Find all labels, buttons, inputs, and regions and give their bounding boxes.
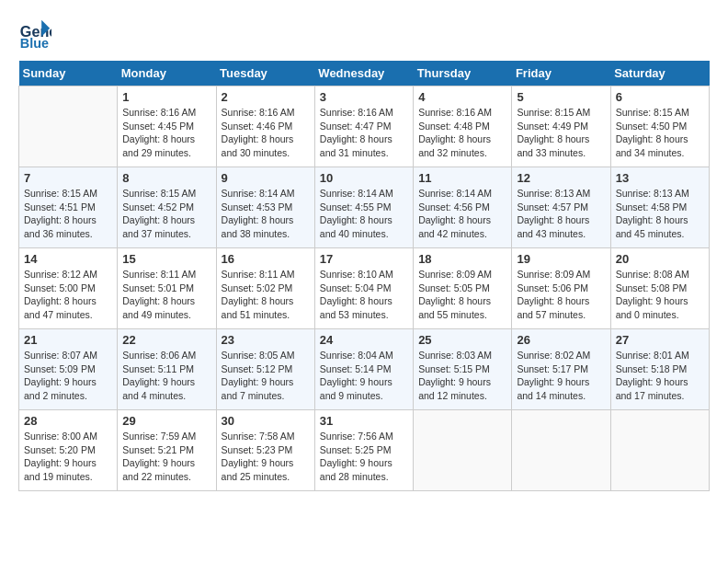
day-number: 13 — [616, 171, 704, 185]
day-number: 15 — [122, 252, 210, 266]
day-info: Sunrise: 7:56 AMSunset: 5:25 PMDaylight:… — [320, 430, 408, 484]
calendar-cell: 20Sunrise: 8:08 AMSunset: 5:08 PMDayligh… — [610, 248, 709, 329]
day-number: 29 — [122, 414, 210, 428]
day-info: Sunrise: 8:15 AMSunset: 4:52 PMDaylight:… — [122, 187, 210, 241]
day-info: Sunrise: 8:14 AMSunset: 4:53 PMDaylight:… — [222, 187, 310, 241]
calendar-cell — [19, 86, 118, 167]
day-info: Sunrise: 8:10 AMSunset: 5:04 PMDaylight:… — [320, 268, 408, 322]
weekday-header-thursday: Thursday — [414, 61, 512, 86]
calendar-cell: 29Sunrise: 7:59 AMSunset: 5:21 PMDayligh… — [118, 410, 216, 491]
weekday-header-row: SundayMondayTuesdayWednesdayThursdayFrid… — [19, 61, 710, 86]
day-number: 6 — [616, 90, 704, 104]
day-info: Sunrise: 8:13 AMSunset: 4:57 PMDaylight:… — [517, 187, 605, 241]
calendar-cell: 5Sunrise: 8:15 AMSunset: 4:49 PMDaylight… — [512, 86, 610, 167]
day-info: Sunrise: 8:15 AMSunset: 4:50 PMDaylight:… — [616, 106, 704, 160]
day-number: 16 — [222, 252, 310, 266]
calendar-cell: 13Sunrise: 8:13 AMSunset: 4:58 PMDayligh… — [610, 167, 709, 248]
day-number: 8 — [122, 171, 210, 185]
calendar-cell: 19Sunrise: 8:09 AMSunset: 5:06 PMDayligh… — [512, 248, 610, 329]
calendar-table: SundayMondayTuesdayWednesdayThursdayFrid… — [18, 61, 710, 491]
day-number: 9 — [222, 171, 310, 185]
calendar-cell: 31Sunrise: 7:56 AMSunset: 5:25 PMDayligh… — [314, 410, 413, 491]
calendar-week-row: 21Sunrise: 8:07 AMSunset: 5:09 PMDayligh… — [19, 329, 710, 410]
calendar-cell: 28Sunrise: 8:00 AMSunset: 5:20 PMDayligh… — [19, 410, 118, 491]
calendar-cell: 2Sunrise: 8:16 AMSunset: 4:46 PMDaylight… — [216, 86, 314, 167]
calendar-cell: 7Sunrise: 8:15 AMSunset: 4:51 PMDaylight… — [19, 167, 118, 248]
calendar-cell: 21Sunrise: 8:07 AMSunset: 5:09 PMDayligh… — [19, 329, 118, 410]
calendar-cell: 12Sunrise: 8:13 AMSunset: 4:57 PMDayligh… — [512, 167, 610, 248]
day-number: 4 — [418, 90, 506, 104]
calendar-cell: 11Sunrise: 8:14 AMSunset: 4:56 PMDayligh… — [414, 167, 512, 248]
day-number: 23 — [222, 333, 310, 347]
day-number: 11 — [418, 171, 506, 185]
day-info: Sunrise: 8:07 AMSunset: 5:09 PMDaylight:… — [24, 349, 112, 403]
weekday-header-monday: Monday — [118, 61, 216, 86]
calendar-cell: 4Sunrise: 8:16 AMSunset: 4:48 PMDaylight… — [414, 86, 512, 167]
day-number: 31 — [320, 414, 408, 428]
calendar-cell — [512, 410, 610, 491]
calendar-cell: 22Sunrise: 8:06 AMSunset: 5:11 PMDayligh… — [118, 329, 216, 410]
day-number: 25 — [418, 333, 506, 347]
day-info: Sunrise: 8:16 AMSunset: 4:45 PMDaylight:… — [122, 106, 210, 160]
day-info: Sunrise: 8:06 AMSunset: 5:11 PMDaylight:… — [122, 349, 210, 403]
day-info: Sunrise: 8:16 AMSunset: 4:46 PMDaylight:… — [222, 106, 310, 160]
calendar-week-row: 7Sunrise: 8:15 AMSunset: 4:51 PMDaylight… — [19, 167, 710, 248]
calendar-cell: 9Sunrise: 8:14 AMSunset: 4:53 PMDaylight… — [216, 167, 314, 248]
day-info: Sunrise: 8:14 AMSunset: 4:56 PMDaylight:… — [418, 187, 506, 241]
weekday-header-friday: Friday — [512, 61, 610, 86]
day-info: Sunrise: 7:58 AMSunset: 5:23 PMDaylight:… — [222, 430, 310, 484]
day-number: 28 — [24, 414, 112, 428]
day-info: Sunrise: 8:11 AMSunset: 5:01 PMDaylight:… — [122, 268, 210, 322]
calendar-cell: 26Sunrise: 8:02 AMSunset: 5:17 PMDayligh… — [512, 329, 610, 410]
day-number: 19 — [517, 252, 605, 266]
calendar-cell — [610, 410, 709, 491]
calendar-cell: 18Sunrise: 8:09 AMSunset: 5:05 PMDayligh… — [414, 248, 512, 329]
day-number: 7 — [24, 171, 112, 185]
day-info: Sunrise: 8:15 AMSunset: 4:49 PMDaylight:… — [517, 106, 605, 160]
weekday-header-tuesday: Tuesday — [216, 61, 314, 86]
calendar-week-row: 14Sunrise: 8:12 AMSunset: 5:00 PMDayligh… — [19, 248, 710, 329]
logo-icon: General Blue — [18, 18, 51, 52]
day-number: 3 — [320, 90, 408, 104]
calendar-cell: 23Sunrise: 8:05 AMSunset: 5:12 PMDayligh… — [216, 329, 314, 410]
weekday-header-wednesday: Wednesday — [314, 61, 413, 86]
svg-text:Blue: Blue — [20, 36, 49, 51]
day-number: 21 — [24, 333, 112, 347]
calendar-cell: 3Sunrise: 8:16 AMSunset: 4:47 PMDaylight… — [314, 86, 413, 167]
page-header: General Blue — [18, 18, 710, 52]
calendar-cell: 1Sunrise: 8:16 AMSunset: 4:45 PMDaylight… — [118, 86, 216, 167]
logo: General Blue — [18, 18, 55, 52]
day-info: Sunrise: 7:59 AMSunset: 5:21 PMDaylight:… — [122, 430, 210, 484]
day-info: Sunrise: 8:05 AMSunset: 5:12 PMDaylight:… — [222, 349, 310, 403]
day-number: 12 — [517, 171, 605, 185]
calendar-cell: 8Sunrise: 8:15 AMSunset: 4:52 PMDaylight… — [118, 167, 216, 248]
calendar-cell: 10Sunrise: 8:14 AMSunset: 4:55 PMDayligh… — [314, 167, 413, 248]
day-number: 20 — [616, 252, 704, 266]
weekday-header-saturday: Saturday — [610, 61, 709, 86]
day-info: Sunrise: 8:15 AMSunset: 4:51 PMDaylight:… — [24, 187, 112, 241]
day-info: Sunrise: 8:04 AMSunset: 5:14 PMDaylight:… — [320, 349, 408, 403]
day-number: 14 — [24, 252, 112, 266]
day-number: 18 — [418, 252, 506, 266]
weekday-header-sunday: Sunday — [19, 61, 118, 86]
day-number: 10 — [320, 171, 408, 185]
day-number: 5 — [517, 90, 605, 104]
day-number: 22 — [122, 333, 210, 347]
day-info: Sunrise: 8:09 AMSunset: 5:05 PMDaylight:… — [418, 268, 506, 322]
day-info: Sunrise: 8:16 AMSunset: 4:47 PMDaylight:… — [320, 106, 408, 160]
day-number: 17 — [320, 252, 408, 266]
day-info: Sunrise: 8:09 AMSunset: 5:06 PMDaylight:… — [517, 268, 605, 322]
day-number: 1 — [122, 90, 210, 104]
day-number: 27 — [616, 333, 704, 347]
day-info: Sunrise: 8:03 AMSunset: 5:15 PMDaylight:… — [418, 349, 506, 403]
calendar-cell: 30Sunrise: 7:58 AMSunset: 5:23 PMDayligh… — [216, 410, 314, 491]
calendar-cell: 25Sunrise: 8:03 AMSunset: 5:15 PMDayligh… — [414, 329, 512, 410]
calendar-cell: 14Sunrise: 8:12 AMSunset: 5:00 PMDayligh… — [19, 248, 118, 329]
day-number: 26 — [517, 333, 605, 347]
day-info: Sunrise: 8:12 AMSunset: 5:00 PMDaylight:… — [24, 268, 112, 322]
day-info: Sunrise: 8:01 AMSunset: 5:18 PMDaylight:… — [616, 349, 704, 403]
day-info: Sunrise: 8:00 AMSunset: 5:20 PMDaylight:… — [24, 430, 112, 484]
calendar-week-row: 1Sunrise: 8:16 AMSunset: 4:45 PMDaylight… — [19, 86, 710, 167]
calendar-cell: 15Sunrise: 8:11 AMSunset: 5:01 PMDayligh… — [118, 248, 216, 329]
day-info: Sunrise: 8:11 AMSunset: 5:02 PMDaylight:… — [222, 268, 310, 322]
